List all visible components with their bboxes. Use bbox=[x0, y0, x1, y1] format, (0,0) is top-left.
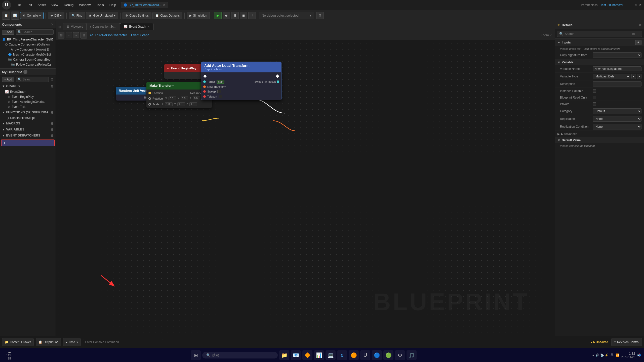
functions-section-header[interactable]: ▼ FUNCTIONS (32 OVERRIDA ⊕ bbox=[0, 109, 56, 115]
replication-condition-select[interactable]: None bbox=[593, 124, 641, 129]
class-settings-button[interactable]: ⚙ Class Settings bbox=[123, 12, 151, 19]
list-item[interactable]: ↑ Arrow Component (Arrow) E bbox=[0, 47, 56, 52]
details-search-input[interactable] bbox=[565, 32, 631, 36]
node-add-actor-local-transform[interactable]: Add Actor Local Transform Target is Acto… bbox=[201, 62, 281, 100]
tree-item-constructionscript[interactable]: 𝑓 ConstructionScript bbox=[0, 115, 56, 120]
pause-button[interactable]: ⏸ bbox=[231, 12, 239, 19]
notification-icon[interactable]: 📬 bbox=[637, 353, 641, 357]
menu-help[interactable]: Help bbox=[107, 2, 119, 8]
taskbar-files-icon[interactable]: 📁 bbox=[279, 350, 289, 360]
list-item[interactable]: 🔷 Mesh (CharacterMesh0) Edi bbox=[0, 52, 56, 57]
tab-construction-sc[interactable]: 𝑓 Construction Sc... bbox=[86, 23, 120, 30]
tree-item-actoroverlap[interactable]: ◇ Event ActorBeginOverlap bbox=[0, 99, 56, 104]
variable-name-input[interactable] bbox=[593, 66, 641, 71]
toggle-grid-button[interactable]: ⊞ bbox=[58, 32, 64, 38]
sweep-checkbox[interactable] bbox=[217, 90, 221, 93]
eventgraph-tab-close-icon[interactable]: ✕ bbox=[148, 25, 150, 28]
dispatcher-name-input[interactable] bbox=[4, 141, 52, 145]
category-select[interactable]: Default bbox=[593, 108, 641, 114]
menu-edit[interactable]: Edit bbox=[24, 2, 34, 8]
tab-viewport[interactable]: 🖥 Viewport bbox=[63, 23, 86, 30]
variable-section-header[interactable]: ▼ Variable bbox=[555, 59, 644, 65]
debug-options-button[interactable]: ⚙ bbox=[316, 12, 324, 19]
blueprint-tab[interactable]: 🔵 BP_ThirdPersonChara... ✕ bbox=[121, 2, 169, 8]
hide-unrelated-button[interactable]: ◉ Hide Unrelated ▾ bbox=[86, 12, 118, 19]
graphs-section-header[interactable]: ▼ GRAPHS ⊕ bbox=[0, 83, 56, 89]
bookmark-button[interactable]: ⊞ bbox=[80, 32, 87, 38]
menu-file[interactable]: File bbox=[13, 2, 23, 8]
tree-item-beginplay[interactable]: ◇ Event BeginPlay bbox=[0, 94, 56, 99]
private-checkbox[interactable] bbox=[593, 102, 596, 106]
list-item[interactable]: ⬡ Capsule Component (Collision bbox=[0, 42, 56, 47]
blueprint-readonly-checkbox[interactable] bbox=[593, 96, 596, 99]
console-command-input[interactable] bbox=[83, 339, 163, 345]
details-view-icon[interactable]: ⊞ bbox=[632, 32, 635, 36]
list-item[interactable]: 📷 Follow Camera (FollowCan bbox=[0, 62, 56, 67]
taskbar-app5-icon[interactable]: 🔵 bbox=[372, 350, 382, 360]
tab-close-icon[interactable]: ✕ bbox=[163, 3, 166, 7]
content-drawer-button[interactable]: 📁 Content Drawer bbox=[2, 338, 34, 346]
rot-y-input[interactable]: 0.0 bbox=[181, 97, 188, 100]
new-dispatcher-item[interactable] bbox=[1, 140, 55, 146]
more-play-options[interactable]: ⋮ bbox=[248, 12, 256, 19]
add-function-button[interactable]: ⊕ bbox=[51, 110, 54, 114]
default-value-section-header[interactable]: ▼ Default Value bbox=[555, 137, 644, 143]
scale-y-input[interactable]: 1.0 bbox=[177, 102, 185, 106]
taskbar-settings-icon[interactable]: ⚙ bbox=[395, 350, 405, 360]
details-filter-icon[interactable]: ⋮ bbox=[636, 32, 640, 36]
add-input-button[interactable]: + bbox=[635, 40, 641, 45]
event-dispatchers-section-header[interactable]: ▼ EVENT DISPATCHERS ⊕ bbox=[0, 132, 56, 139]
cmd-button[interactable]: ▸ Cmd ▾ bbox=[63, 338, 80, 346]
teleport-checkbox[interactable] bbox=[219, 95, 222, 98]
output-log-button[interactable]: 📋 Output Log bbox=[36, 338, 61, 346]
variables-section-header[interactable]: ▼ VARIABLES ⊕ bbox=[0, 126, 56, 132]
add-variable-button[interactable]: ⊕ bbox=[51, 127, 54, 131]
description-input[interactable] bbox=[593, 81, 641, 86]
maximize-button[interactable]: □ bbox=[634, 3, 637, 7]
taskbar-ue-icon[interactable]: U bbox=[360, 350, 370, 360]
taskbar-app6-icon[interactable]: 🟢 bbox=[383, 350, 393, 360]
list-item[interactable]: 📷 Camera Boom (CameraBoo bbox=[0, 57, 56, 62]
tree-item-eventgraph[interactable]: 📈 EventGraph bbox=[0, 89, 56, 94]
compile-button[interactable]: ⚙ Compile ▾ bbox=[20, 12, 44, 19]
macros-section-header[interactable]: ▼ MACROS ⊕ bbox=[0, 120, 56, 126]
debug-object-selector[interactable]: No debug object selected ▾ bbox=[259, 12, 314, 19]
find-button[interactable]: 🔍 Find bbox=[69, 12, 85, 19]
taskbar-app3-icon[interactable]: 💻 bbox=[326, 350, 336, 360]
variable-type-option2[interactable]: ▾ bbox=[637, 74, 641, 79]
taskbar-search-box[interactable]: 🔍 搜索 bbox=[202, 352, 278, 358]
blueprint-search-input[interactable] bbox=[23, 78, 47, 81]
step-button[interactable]: ⏭ bbox=[223, 12, 230, 19]
play-button[interactable]: ▶ bbox=[214, 12, 222, 19]
revision-control-button[interactable]: ⑂ Revision Control bbox=[611, 338, 642, 346]
close-button[interactable]: ✕ bbox=[638, 3, 642, 7]
diff-button[interactable]: ⇌ Diff ▾ bbox=[48, 12, 64, 19]
add-blueprint-button[interactable]: + Add bbox=[2, 77, 14, 82]
tab-grid-icon[interactable]: ⊞ bbox=[57, 24, 63, 30]
tab-event-graph[interactable]: 📈 Event Graph ✕ bbox=[120, 23, 153, 30]
graph-canvas[interactable]: BLUEPRINT ♦ Event BeginPlay ⚙ bbox=[56, 40, 555, 336]
advanced-section[interactable]: ▶ ▶ Advanced bbox=[555, 131, 644, 137]
taskbar-edge-icon[interactable]: e bbox=[337, 350, 347, 360]
variable-type-select[interactable]: Multicast Dele bbox=[593, 74, 630, 79]
menu-asset[interactable]: Asset bbox=[35, 2, 48, 8]
stop-button[interactable]: ⏹ bbox=[240, 12, 247, 19]
replication-select[interactable]: None bbox=[593, 116, 641, 122]
minimize-button[interactable]: – bbox=[629, 3, 633, 7]
details-close-icon[interactable]: ✕ bbox=[639, 23, 641, 27]
add-dispatcher-button[interactable]: ⊕ bbox=[51, 133, 54, 138]
menu-view[interactable]: View bbox=[49, 2, 61, 8]
class-defaults-button[interactable]: 📋 Class Defaults bbox=[152, 12, 182, 19]
taskbar-app7-icon[interactable]: 🎵 bbox=[407, 350, 417, 360]
taskbar-mail-icon[interactable]: 📧 bbox=[291, 350, 301, 360]
menu-debug[interactable]: Debug bbox=[61, 2, 76, 8]
copy-signature-select[interactable] bbox=[593, 52, 641, 58]
add-component-button[interactable]: + Add bbox=[2, 30, 14, 35]
taskbar-app2-icon[interactable]: 📊 bbox=[314, 350, 324, 360]
simulation-button[interactable]: ▶ Simulation bbox=[187, 12, 210, 19]
menu-window[interactable]: Window bbox=[76, 2, 93, 8]
menu-tools[interactable]: Tools bbox=[94, 2, 106, 8]
icon-button-2[interactable]: 📊 bbox=[11, 12, 19, 20]
taskbar-app4-icon[interactable]: 🟠 bbox=[349, 350, 359, 360]
instance-editable-checkbox[interactable] bbox=[593, 89, 596, 93]
